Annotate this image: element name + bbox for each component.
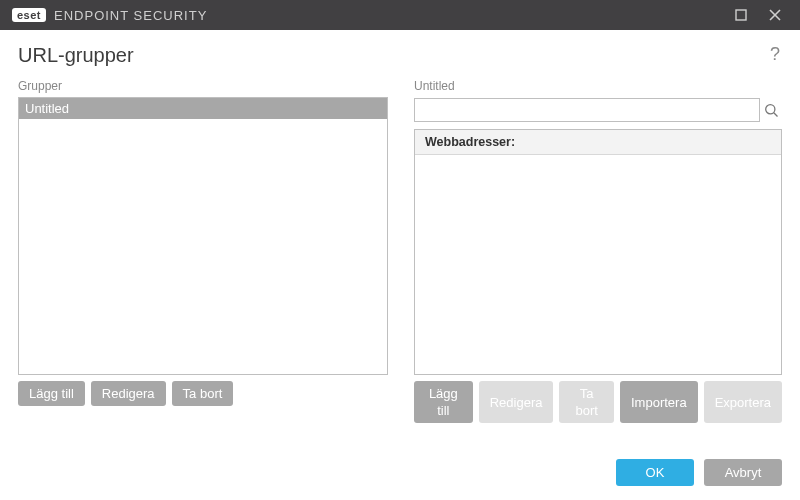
help-icon: ? [770, 44, 780, 64]
list-item-label: Untitled [25, 101, 69, 116]
cancel-button[interactable]: Avbryt [704, 459, 782, 486]
search-icon [764, 103, 779, 118]
help-button[interactable]: ? [770, 44, 780, 65]
svg-line-4 [773, 112, 777, 116]
close-icon [769, 9, 781, 21]
title-bar: eset ENDPOINT SECURITY [0, 0, 800, 30]
addresses-edit-button: Redigera [479, 381, 554, 423]
table-body [415, 155, 781, 374]
groups-edit-button[interactable]: Redigera [91, 381, 166, 406]
svg-point-3 [765, 104, 774, 113]
addresses-remove-button: Ta bort [559, 381, 614, 423]
groups-listbox[interactable]: Untitled [18, 97, 388, 375]
addresses-add-button[interactable]: Lägg till [414, 381, 473, 423]
addresses-export-button: Exportera [704, 381, 782, 423]
addresses-import-button[interactable]: Importera [620, 381, 698, 423]
ok-button[interactable]: OK [616, 459, 694, 486]
groups-label: Grupper [18, 79, 388, 93]
table-header: Webbadresser: [415, 130, 781, 155]
groups-remove-button[interactable]: Ta bort [172, 381, 234, 406]
product-name: ENDPOINT SECURITY [54, 8, 207, 23]
close-button[interactable] [758, 0, 792, 30]
search-button[interactable] [760, 103, 782, 118]
group-name-label: Untitled [414, 79, 782, 93]
minimize-icon [735, 9, 747, 21]
addresses-table[interactable]: Webbadresser: [414, 129, 782, 375]
list-item[interactable]: Untitled [19, 98, 387, 119]
page-title: URL-grupper [18, 44, 782, 67]
search-input[interactable] [414, 98, 760, 122]
brand-logo: eset [12, 8, 46, 22]
svg-rect-0 [736, 10, 746, 20]
minimize-button[interactable] [724, 0, 758, 30]
groups-add-button[interactable]: Lägg till [18, 381, 85, 406]
